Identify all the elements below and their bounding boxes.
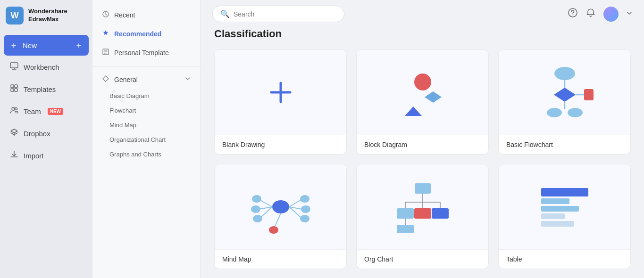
mid-item-recent[interactable]: Recent xyxy=(92,6,201,25)
sidebar-item-workbench[interactable]: Workbench xyxy=(4,57,89,78)
dropdown-icon[interactable] xyxy=(626,10,633,18)
svg-rect-1 xyxy=(11,85,14,88)
team-icon xyxy=(9,106,19,117)
org-chart-sub-label: Organizational Chart xyxy=(109,136,166,143)
svg-rect-38 xyxy=(397,208,414,219)
svg-point-5 xyxy=(12,107,15,110)
import-label: Import xyxy=(24,152,44,160)
general-label: General xyxy=(114,76,138,83)
recent-icon xyxy=(102,10,109,20)
card-img-blank xyxy=(215,50,346,135)
svg-point-25 xyxy=(253,215,262,222)
card-label-blank: Blank Drawing xyxy=(215,135,346,154)
card-label-org: Org Chart xyxy=(357,249,488,269)
card-label-flowchart: Basic Flowchart xyxy=(499,135,630,154)
flowchart-label: Flowchart xyxy=(109,107,136,114)
mid-sub-item-graphs-charts[interactable]: Graphs and Charts xyxy=(92,147,201,162)
app-logo-icon: W xyxy=(6,7,24,25)
card-label-table: Table xyxy=(499,249,630,269)
basic-diagram-label: Basic Diagram xyxy=(109,92,150,99)
avatar[interactable] xyxy=(603,7,619,22)
svg-rect-49 xyxy=(541,221,574,227)
page-title: Classification xyxy=(214,28,631,40)
svg-line-26 xyxy=(289,200,301,207)
card-img-block xyxy=(357,50,488,135)
card-img-org xyxy=(357,164,488,249)
templates-label: Templates xyxy=(24,85,56,93)
templates-icon xyxy=(9,83,19,95)
mid-sub-item-basic-diagram[interactable]: Basic Diagram xyxy=(92,89,201,103)
sidebar-item-templates[interactable]: Templates xyxy=(4,79,89,100)
card-basic-flowchart[interactable]: Basic Flowchart xyxy=(498,49,631,155)
svg-rect-34 xyxy=(415,183,431,194)
sidebar-item-dropbox[interactable]: Dropbox xyxy=(4,123,89,144)
svg-rect-4 xyxy=(15,89,17,91)
card-org-chart[interactable]: Org Chart xyxy=(356,164,489,269)
cards-grid: Blank Drawing Block Diagram xyxy=(214,49,631,269)
personal-template-icon xyxy=(102,48,109,57)
card-table[interactable]: Table xyxy=(498,164,631,269)
divider xyxy=(92,66,201,66)
workbench-label: Workbench xyxy=(24,63,59,71)
svg-rect-46 xyxy=(541,198,569,204)
graphs-charts-label: Graphs and Charts xyxy=(109,151,161,158)
search-box[interactable]: 🔍 xyxy=(212,6,344,22)
logo-area: W Wondershare EdrawMax xyxy=(0,0,92,31)
svg-point-17 xyxy=(547,108,562,117)
recommended-label: Recommended xyxy=(114,30,161,38)
svg-line-20 xyxy=(259,200,272,207)
svg-rect-3 xyxy=(11,89,14,91)
content-area: Classification Blank Drawing xyxy=(201,28,644,278)
new-label: New xyxy=(23,41,37,49)
svg-line-32 xyxy=(275,213,281,227)
card-mind-map[interactable]: Mind Map xyxy=(214,164,347,269)
svg-point-12 xyxy=(554,67,575,80)
card-blank-drawing[interactable]: Blank Drawing xyxy=(214,49,347,155)
notification-icon[interactable] xyxy=(585,8,596,20)
sidebar-item-import[interactable]: Import xyxy=(4,145,89,166)
svg-rect-44 xyxy=(397,225,414,233)
search-input[interactable] xyxy=(234,10,336,18)
recent-label: Recent xyxy=(114,11,135,19)
svg-point-18 xyxy=(568,108,583,117)
mid-sub-item-flowchart[interactable]: Flowchart xyxy=(92,103,201,118)
team-badge: NEW xyxy=(48,108,63,115)
diamond-icon xyxy=(102,75,109,84)
top-bar: 🔍 xyxy=(201,0,644,28)
mind-map-label: Mind Map xyxy=(109,122,136,129)
mid-item-personal-template[interactable]: Personal Template xyxy=(92,43,201,62)
sidebar: W Wondershare EdrawMax ＋ New ＋ Workbench xyxy=(0,0,92,278)
card-img-mindmap xyxy=(215,164,346,249)
card-label-block: Block Diagram xyxy=(357,135,488,154)
svg-point-21 xyxy=(252,195,261,203)
plus-icon: ＋ xyxy=(9,40,18,51)
app-name: Wondershare EdrawMax xyxy=(28,8,67,24)
mid-sub-item-org-chart[interactable]: Organizational Chart xyxy=(92,132,201,147)
mid-sub-item-mind-map[interactable]: Mind Map xyxy=(92,118,201,132)
svg-point-19 xyxy=(272,200,289,213)
svg-point-29 xyxy=(301,205,310,213)
mid-item-recommended[interactable]: Recommended xyxy=(92,25,201,43)
card-img-flowchart xyxy=(499,50,630,135)
help-icon[interactable] xyxy=(568,8,578,20)
svg-rect-15 xyxy=(584,89,594,100)
svg-rect-40 xyxy=(414,208,431,219)
search-icon: 🔍 xyxy=(220,9,230,18)
card-label-mindmap: Mind Map xyxy=(215,249,346,269)
dropbox-label: Dropbox xyxy=(24,130,50,138)
sidebar-item-team[interactable]: Team NEW xyxy=(4,101,89,122)
svg-point-23 xyxy=(251,205,260,213)
dropbox-icon xyxy=(9,128,19,139)
mid-panel: Recent Recommended Personal Template Gen xyxy=(92,0,201,278)
general-section-header[interactable]: General xyxy=(92,70,201,89)
workbench-icon xyxy=(9,61,19,73)
svg-rect-47 xyxy=(541,206,579,212)
svg-rect-0 xyxy=(10,63,18,68)
card-img-table xyxy=(499,164,630,249)
sidebar-item-new[interactable]: ＋ New ＋ xyxy=(4,35,89,56)
sidebar-nav: ＋ New ＋ Workbench xyxy=(0,31,92,170)
card-block-diagram[interactable]: Block Diagram xyxy=(356,49,489,155)
svg-point-33 xyxy=(269,226,278,234)
team-label: Team xyxy=(24,107,41,115)
svg-point-11 xyxy=(414,74,431,90)
